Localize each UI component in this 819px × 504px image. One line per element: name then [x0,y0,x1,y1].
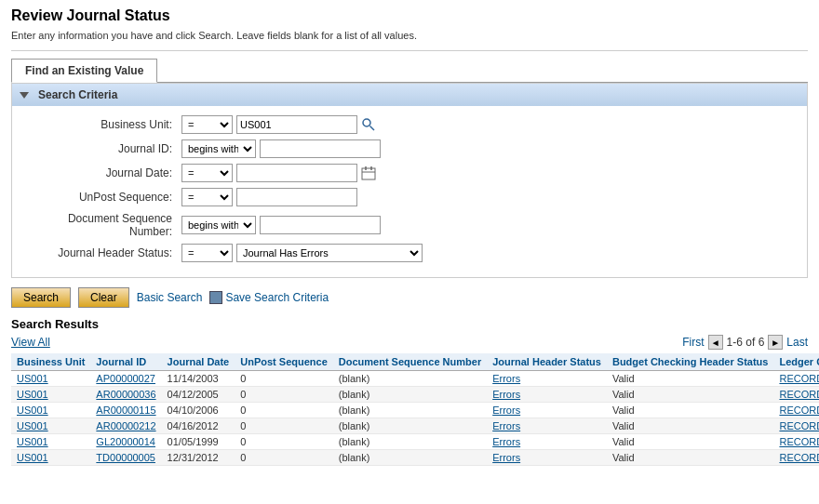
cell-budget-status: Valid [607,387,773,403]
cell-journal-id-link[interactable]: AR00000115 [96,405,155,416]
doc-sequence-row: Document Sequence Number: begins with = [23,212,796,238]
cell-budget-status: Valid [607,450,773,466]
cell-business-unit-link[interactable]: US001 [17,452,48,463]
cell-journal-id-link[interactable]: AR00000036 [96,389,155,400]
page-container: Review Journal Status Enter any informat… [0,0,819,473]
clear-button[interactable]: Clear [78,287,129,308]
cell-journal-id-link[interactable]: GL20000014 [96,436,155,447]
cell-journal-id-link[interactable]: AP00000027 [96,373,155,384]
cell-ledger-group-link[interactable]: RECORDING [779,420,819,431]
svg-rect-2 [362,168,375,179]
cell-ledger-group-link[interactable]: RECORDING [779,436,819,447]
search-criteria-panel: Search Criteria Business Unit: = [11,83,808,278]
business-unit-input[interactable] [236,115,357,134]
cell-business-unit: US001 [11,371,90,387]
first-page-link[interactable]: First [682,336,704,349]
table-row: US001AR0000003604/12/20050(blank)ErrorsV… [11,387,819,403]
col-ledger-group[interactable]: Ledger Group [773,353,819,371]
business-unit-lookup-icon[interactable] [361,117,376,132]
col-business-unit[interactable]: Business Unit [11,353,90,371]
journal-id-label: Journal ID: [23,142,181,155]
journal-date-operator[interactable]: = [181,164,233,182]
cell-ledger-group: RECORDING [773,371,819,387]
business-unit-operator[interactable]: = [181,115,233,134]
cell-header-status-link[interactable]: Errors [492,405,520,416]
pagination: First ◄ 1-6 of 6 ► Last [682,335,808,350]
cell-business-unit-link[interactable]: US001 [17,405,48,416]
cell-header-status-link[interactable]: Errors [492,373,520,384]
cell-journal-id: AP00000027 [90,371,161,387]
results-section: Search Results View All First ◄ 1-6 of 6… [11,317,808,466]
cell-business-unit: US001 [11,403,90,418]
cell-journal-id: AR00000212 [90,418,161,434]
journal-id-input[interactable] [260,139,381,158]
cell-header-status-link[interactable]: Errors [492,436,520,447]
table-row: US001AR0000011504/10/20060(blank)ErrorsV… [11,403,819,418]
col-journal-id[interactable]: Journal ID [90,353,161,371]
tab-find-existing[interactable]: Find an Existing Value [11,59,157,83]
journal-id-controls: begins with = contains [181,139,381,158]
page-count: 1-6 of 6 [727,336,765,349]
cell-ledger-group-link[interactable]: RECORDING [779,389,819,400]
criteria-header[interactable]: Search Criteria [12,84,807,106]
doc-sequence-input[interactable] [260,216,381,234]
view-all-link[interactable]: View All [11,336,50,349]
cell-journal-date: 04/10/2006 [162,403,235,418]
cell-unpost-seq: 0 [235,387,333,403]
search-button[interactable]: Search [11,287,71,308]
cell-budget-status: Valid [607,418,773,434]
table-row: US001GL2000001401/05/19990(blank)ErrorsV… [11,434,819,450]
col-header-status[interactable]: Journal Header Status [487,353,607,371]
business-unit-row: Business Unit: = [23,115,796,134]
header-status-operator[interactable]: = [181,244,233,262]
unpost-sequence-row: UnPost Sequence: = [23,188,796,206]
cell-header-status-link[interactable]: Errors [492,452,520,463]
next-page-button[interactable]: ► [768,335,783,350]
cell-ledger-group: RECORDING [773,434,819,450]
cell-journal-id-link[interactable]: AR00000212 [96,420,155,431]
cell-business-unit-link[interactable]: US001 [17,373,48,384]
cell-business-unit: US001 [11,434,90,450]
cell-header-status-link[interactable]: Errors [492,389,520,400]
cell-unpost-seq: 0 [235,371,333,387]
calendar-icon[interactable] [361,166,376,180]
save-icon [209,291,222,304]
journal-id-operator[interactable]: begins with = contains [181,139,256,158]
header-status-label: Journal Header Status: [23,246,181,259]
basic-search-link[interactable]: Basic Search [137,291,203,304]
cell-header-status: Errors [487,418,607,434]
header-status-row: Journal Header Status: = Journal Has Err… [23,244,796,262]
cell-ledger-group-link[interactable]: RECORDING [779,405,819,416]
cell-ledger-group-link[interactable]: RECORDING [779,373,819,384]
svg-point-0 [363,119,370,126]
cell-journal-id: TD00000005 [90,450,161,466]
unpost-sequence-input[interactable] [236,188,357,206]
table-row: US001AP0000002711/14/20030(blank)ErrorsV… [11,371,819,387]
unpost-sequence-operator[interactable]: = [181,188,233,206]
cell-business-unit-link[interactable]: US001 [17,436,48,447]
cell-business-unit-link[interactable]: US001 [17,389,48,400]
cell-doc-seq: (blank) [333,450,487,466]
button-row: Search Clear Basic Search Save Search Cr… [11,287,808,308]
journal-date-input[interactable] [236,164,357,182]
journal-date-row: Journal Date: = [23,164,796,182]
cell-ledger-group: RECORDING [773,450,819,466]
svg-line-1 [370,126,375,131]
last-page-link[interactable]: Last [786,336,808,349]
col-doc-seq[interactable]: Document Sequence Number [333,353,487,371]
cell-header-status: Errors [487,387,607,403]
col-unpost-seq[interactable]: UnPost Sequence [235,353,333,371]
collapse-icon [20,92,29,99]
cell-header-status-link[interactable]: Errors [492,420,520,431]
col-budget-status[interactable]: Budget Checking Header Status [607,353,773,371]
header-status-select[interactable]: Journal Has Errors Valid Errors [236,244,423,262]
cell-journal-id-link[interactable]: TD00000005 [96,452,155,463]
cell-doc-seq: (blank) [333,434,487,450]
prev-page-button[interactable]: ◄ [708,335,723,350]
cell-ledger-group-link[interactable]: RECORDING [779,452,819,463]
cell-doc-seq: (blank) [333,418,487,434]
col-journal-date[interactable]: Journal Date [162,353,235,371]
cell-business-unit-link[interactable]: US001 [17,420,48,431]
save-search-link[interactable]: Save Search Criteria [209,291,329,304]
doc-sequence-operator[interactable]: begins with = [181,216,256,234]
